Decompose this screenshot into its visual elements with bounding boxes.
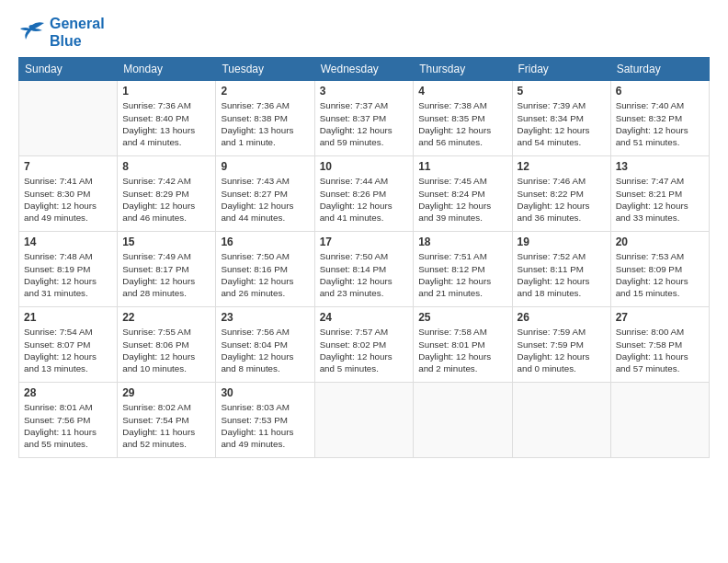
- calendar-cell: 30Sunrise: 8:03 AMSunset: 7:53 PMDayligh…: [216, 383, 314, 458]
- day-number: 14: [24, 236, 112, 248]
- calendar-week-row: 7Sunrise: 7:41 AMSunset: 8:30 PMDaylight…: [19, 156, 710, 232]
- day-content: Sunrise: 7:41 AMSunset: 8:30 PMDaylight:…: [24, 175, 112, 224]
- calendar-cell: 22Sunrise: 7:55 AMSunset: 8:06 PMDayligh…: [118, 307, 216, 383]
- weekday-header: Tuesday: [216, 58, 314, 81]
- day-content: Sunrise: 7:59 AMSunset: 7:59 PMDaylight:…: [518, 326, 606, 374]
- weekday-header: Wednesday: [314, 58, 414, 81]
- day-content: Sunrise: 7:45 AMSunset: 8:24 PMDaylight:…: [418, 175, 506, 224]
- calendar-cell: 27Sunrise: 8:00 AMSunset: 7:58 PMDayligh…: [610, 307, 709, 383]
- day-content: Sunrise: 7:46 AMSunset: 8:22 PMDaylight:…: [518, 175, 606, 224]
- day-number: 23: [221, 311, 309, 324]
- day-number: 6: [616, 85, 704, 98]
- day-number: 16: [221, 236, 309, 248]
- day-number: 4: [418, 85, 506, 98]
- calendar-cell: 25Sunrise: 7:58 AMSunset: 8:01 PMDayligh…: [414, 307, 512, 383]
- calendar-cell: 20Sunrise: 7:53 AMSunset: 8:09 PMDayligh…: [610, 232, 709, 307]
- day-number: 28: [24, 386, 112, 399]
- calendar-cell: 18Sunrise: 7:51 AMSunset: 8:12 PMDayligh…: [414, 232, 512, 307]
- day-content: Sunrise: 7:40 AMSunset: 8:32 PMDaylight:…: [616, 99, 704, 148]
- day-content: Sunrise: 8:03 AMSunset: 7:53 PMDaylight:…: [221, 401, 309, 450]
- calendar-cell: [610, 383, 709, 458]
- day-content: Sunrise: 7:39 AMSunset: 8:34 PMDaylight:…: [518, 99, 606, 148]
- day-content: Sunrise: 7:47 AMSunset: 8:21 PMDaylight:…: [616, 175, 704, 224]
- day-number: 24: [320, 311, 409, 324]
- day-content: Sunrise: 7:36 AMSunset: 8:38 PMDaylight:…: [221, 99, 309, 148]
- day-number: 25: [418, 311, 506, 324]
- day-number: 22: [122, 311, 210, 324]
- day-content: Sunrise: 7:48 AMSunset: 8:19 PMDaylight:…: [24, 250, 112, 299]
- day-number: 2: [221, 85, 309, 98]
- day-number: 21: [24, 311, 112, 324]
- day-number: 17: [320, 236, 409, 248]
- day-content: Sunrise: 7:56 AMSunset: 8:04 PMDaylight:…: [221, 326, 309, 374]
- day-number: 13: [616, 160, 704, 173]
- day-content: Sunrise: 7:50 AMSunset: 8:14 PMDaylight:…: [320, 250, 409, 299]
- logo-icon: [18, 21, 46, 43]
- calendar-cell: [512, 383, 610, 458]
- day-content: Sunrise: 7:44 AMSunset: 8:26 PMDaylight:…: [320, 175, 409, 224]
- calendar-week-row: 14Sunrise: 7:48 AMSunset: 8:19 PMDayligh…: [19, 232, 710, 307]
- day-content: Sunrise: 7:52 AMSunset: 8:11 PMDaylight:…: [518, 250, 606, 299]
- logo-line2: Blue: [50, 32, 105, 50]
- calendar-cell: 4Sunrise: 7:38 AMSunset: 8:35 PMDaylight…: [414, 81, 512, 156]
- day-number: 20: [616, 236, 704, 248]
- day-content: Sunrise: 7:57 AMSunset: 8:02 PMDaylight:…: [320, 326, 409, 374]
- calendar-cell: 19Sunrise: 7:52 AMSunset: 8:11 PMDayligh…: [512, 232, 610, 307]
- calendar-cell: 6Sunrise: 7:40 AMSunset: 8:32 PMDaylight…: [610, 81, 709, 156]
- day-number: 27: [616, 311, 704, 324]
- calendar-cell: 2Sunrise: 7:36 AMSunset: 8:38 PMDaylight…: [216, 81, 314, 156]
- day-number: 15: [122, 236, 210, 248]
- logo-line1: General: [50, 15, 105, 32]
- calendar-cell: 28Sunrise: 8:01 AMSunset: 7:56 PMDayligh…: [19, 383, 118, 458]
- day-content: Sunrise: 7:36 AMSunset: 8:40 PMDaylight:…: [122, 99, 210, 148]
- calendar-cell: 11Sunrise: 7:45 AMSunset: 8:24 PMDayligh…: [414, 156, 512, 232]
- calendar-header-row: SundayMondayTuesdayWednesdayThursdayFrid…: [19, 58, 710, 81]
- calendar-cell: 17Sunrise: 7:50 AMSunset: 8:14 PMDayligh…: [314, 232, 414, 307]
- day-content: Sunrise: 7:58 AMSunset: 8:01 PMDaylight:…: [418, 326, 506, 374]
- calendar-cell: 9Sunrise: 7:43 AMSunset: 8:27 PMDaylight…: [216, 156, 314, 232]
- day-number: 29: [122, 386, 210, 399]
- calendar-cell: 3Sunrise: 7:37 AMSunset: 8:37 PMDaylight…: [314, 81, 414, 156]
- day-content: Sunrise: 7:55 AMSunset: 8:06 PMDaylight:…: [122, 326, 210, 374]
- calendar-cell: 8Sunrise: 7:42 AMSunset: 8:29 PMDaylight…: [118, 156, 216, 232]
- day-content: Sunrise: 8:00 AMSunset: 7:58 PMDaylight:…: [616, 326, 704, 374]
- day-number: 12: [518, 160, 606, 173]
- calendar-cell: 13Sunrise: 7:47 AMSunset: 8:21 PMDayligh…: [610, 156, 709, 232]
- day-number: 18: [418, 236, 506, 248]
- weekday-header: Friday: [512, 58, 610, 81]
- day-number: 11: [418, 160, 506, 173]
- day-content: Sunrise: 7:38 AMSunset: 8:35 PMDaylight:…: [418, 99, 506, 148]
- weekday-header: Saturday: [610, 58, 709, 81]
- calendar-cell: 15Sunrise: 7:49 AMSunset: 8:17 PMDayligh…: [118, 232, 216, 307]
- day-number: 26: [518, 311, 606, 324]
- calendar-cell: 24Sunrise: 7:57 AMSunset: 8:02 PMDayligh…: [314, 307, 414, 383]
- calendar-cell: 26Sunrise: 7:59 AMSunset: 7:59 PMDayligh…: [512, 307, 610, 383]
- calendar-cell: 5Sunrise: 7:39 AMSunset: 8:34 PMDaylight…: [512, 81, 610, 156]
- calendar-cell: 7Sunrise: 7:41 AMSunset: 8:30 PMDaylight…: [19, 156, 118, 232]
- logo: General Blue: [18, 15, 105, 50]
- day-content: Sunrise: 7:43 AMSunset: 8:27 PMDaylight:…: [221, 175, 309, 224]
- day-number: 9: [221, 160, 309, 173]
- calendar-cell: 23Sunrise: 7:56 AMSunset: 8:04 PMDayligh…: [216, 307, 314, 383]
- calendar-week-row: 1Sunrise: 7:36 AMSunset: 8:40 PMDaylight…: [19, 81, 710, 156]
- day-number: 19: [518, 236, 606, 248]
- day-content: Sunrise: 7:37 AMSunset: 8:37 PMDaylight:…: [320, 99, 409, 148]
- weekday-header: Monday: [118, 58, 216, 81]
- weekday-header: Thursday: [414, 58, 512, 81]
- day-number: 3: [320, 85, 409, 98]
- calendar-cell: 1Sunrise: 7:36 AMSunset: 8:40 PMDaylight…: [118, 81, 216, 156]
- day-content: Sunrise: 7:49 AMSunset: 8:17 PMDaylight:…: [122, 250, 210, 299]
- weekday-header: Sunday: [19, 58, 118, 81]
- calendar-cell: 29Sunrise: 8:02 AMSunset: 7:54 PMDayligh…: [118, 383, 216, 458]
- calendar-cell: [414, 383, 512, 458]
- day-number: 7: [24, 160, 112, 173]
- calendar-table: SundayMondayTuesdayWednesdayThursdayFrid…: [18, 57, 710, 458]
- day-number: 10: [320, 160, 409, 173]
- page: General Blue SundayMondayTuesdayWednesda…: [0, 0, 728, 563]
- header: General Blue: [18, 15, 710, 50]
- calendar-cell: 21Sunrise: 7:54 AMSunset: 8:07 PMDayligh…: [19, 307, 118, 383]
- day-number: 5: [518, 85, 606, 98]
- day-content: Sunrise: 7:51 AMSunset: 8:12 PMDaylight:…: [418, 250, 506, 299]
- day-content: Sunrise: 7:53 AMSunset: 8:09 PMDaylight:…: [616, 250, 704, 299]
- day-content: Sunrise: 8:02 AMSunset: 7:54 PMDaylight:…: [122, 401, 210, 450]
